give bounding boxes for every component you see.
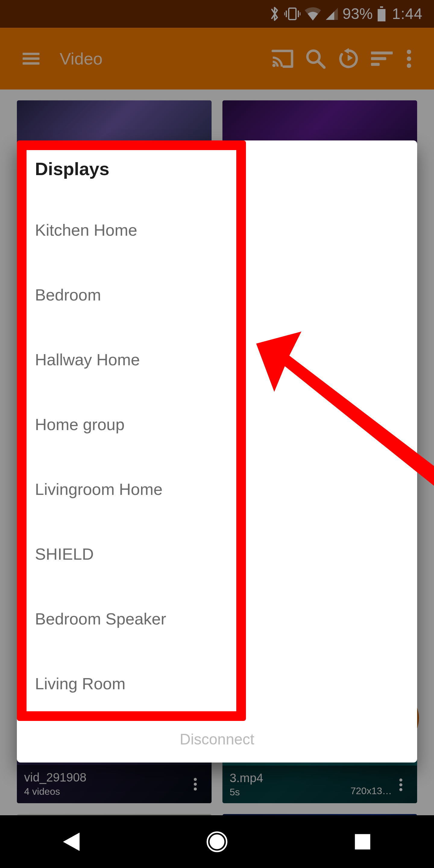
nav-home-button[interactable] xyxy=(207,831,227,852)
cast-target-item[interactable]: Hallway Home xyxy=(35,327,399,392)
cast-displays-dialog: Displays Kitchen HomeBedroomHallway Home… xyxy=(17,141,417,763)
cast-target-item[interactable]: Kitchen Home xyxy=(35,197,399,262)
system-nav-bar xyxy=(0,815,434,868)
nav-recents-button[interactable] xyxy=(354,834,371,850)
cast-target-item[interactable]: Home group xyxy=(35,392,399,457)
svg-marker-30 xyxy=(63,833,80,851)
svg-point-32 xyxy=(210,835,224,849)
cast-target-item[interactable]: Bedroom xyxy=(35,262,399,327)
disconnect-button[interactable]: Disconnect xyxy=(180,731,254,748)
cast-target-item[interactable]: Living Room xyxy=(35,651,399,716)
cast-target-item[interactable]: SHIELD xyxy=(35,521,399,586)
cast-target-item[interactable]: Bedroom Speaker xyxy=(35,586,399,651)
cast-target-item[interactable]: Livingroom Home xyxy=(35,457,399,521)
svg-rect-33 xyxy=(355,834,370,849)
dialog-title: Displays xyxy=(35,158,399,179)
nav-back-button[interactable] xyxy=(63,833,80,851)
